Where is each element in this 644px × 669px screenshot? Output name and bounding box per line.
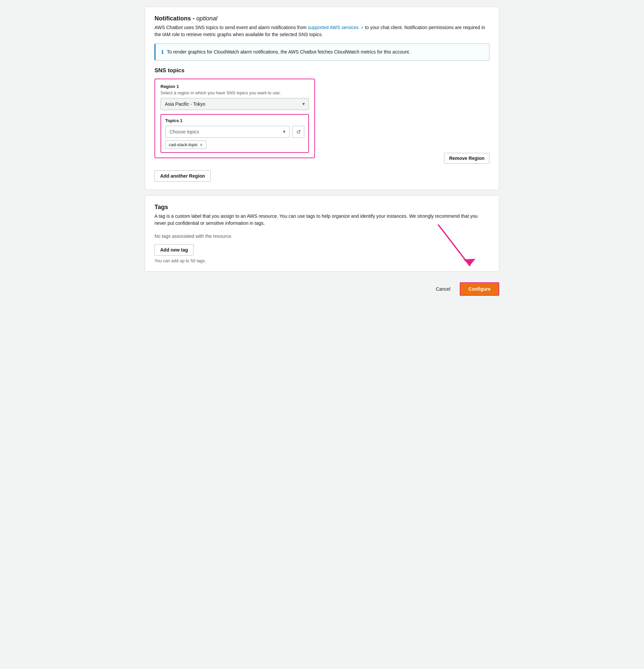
- notifications-title-text: Notifications: [155, 15, 191, 22]
- notifications-optional-label: optional: [196, 15, 217, 22]
- title-separator: -: [191, 15, 196, 22]
- info-box-text: To render graphics for CloudWatch alarm …: [167, 48, 410, 56]
- no-tags-text: No tags associated with the resource.: [155, 233, 489, 239]
- tags-description: A tag is a custom label that you assign …: [155, 213, 489, 227]
- notifications-title: Notifications - optional: [155, 15, 489, 22]
- supported-services-link[interactable]: supported AWS services ↗: [308, 25, 365, 30]
- notifications-card: Notifications - optional AWS Chatbot use…: [145, 7, 499, 190]
- topics-select-wrapper: Choose topics ▼: [165, 126, 289, 138]
- configure-button[interactable]: Configure: [460, 282, 499, 296]
- region1-row: Region 1 Select a region in which you ha…: [155, 79, 489, 163]
- tags-card: Tags A tag is a custom label that you as…: [145, 195, 499, 272]
- notifications-description: AWS Chatbot uses SNS topics to send even…: [155, 24, 489, 38]
- topics-refresh-button[interactable]: ↺: [292, 126, 304, 138]
- notifications-desc-text: AWS Chatbot uses SNS topics to send even…: [155, 25, 306, 30]
- topics1-container: Topics 1 Choose topics ▼ ↺: [160, 114, 309, 153]
- link-text: supported AWS services: [308, 25, 359, 30]
- topics1-label: Topics 1: [165, 118, 304, 123]
- topics1-row: Choose topics ▼ ↺: [165, 126, 304, 138]
- region1-left: Region 1 Select a region in which you ha…: [155, 79, 440, 163]
- info-icon: ℹ: [161, 49, 163, 55]
- add-another-region-button[interactable]: Add another Region: [155, 170, 211, 182]
- topics-select[interactable]: Choose topics: [165, 126, 289, 138]
- info-box: ℹ To render graphics for CloudWatch alar…: [155, 43, 489, 60]
- cancel-button[interactable]: Cancel: [432, 284, 454, 294]
- region1-container: Region 1 Select a region in which you ha…: [155, 79, 315, 158]
- external-link-icon: ↗: [360, 26, 363, 30]
- region1-sublabel: Select a region in which you have SNS to…: [160, 90, 309, 95]
- sns-topics-title: SNS topics: [155, 67, 489, 74]
- region-select[interactable]: Asia Pacific - Tokyo: [160, 98, 309, 110]
- tags-title: Tags: [155, 204, 489, 211]
- remove-region-button[interactable]: Remove Region: [444, 153, 489, 163]
- region1-label: Region 1: [160, 84, 309, 89]
- region-select-wrapper: Asia Pacific - Tokyo ▼: [160, 98, 309, 110]
- add-new-tag-button[interactable]: Add new tag: [155, 244, 194, 256]
- topic-tag-close-icon[interactable]: ×: [200, 142, 203, 147]
- page-container: Notifications - optional AWS Chatbot use…: [145, 7, 499, 298]
- topic-tag-text: cad-slack-topic: [169, 142, 198, 147]
- footer-actions: Cancel Configure: [145, 277, 499, 298]
- topic-tag: cad-slack-topic ×: [165, 141, 206, 149]
- tags-limit-text: You can add up to 50 tags.: [155, 258, 489, 263]
- refresh-icon: ↺: [296, 129, 301, 135]
